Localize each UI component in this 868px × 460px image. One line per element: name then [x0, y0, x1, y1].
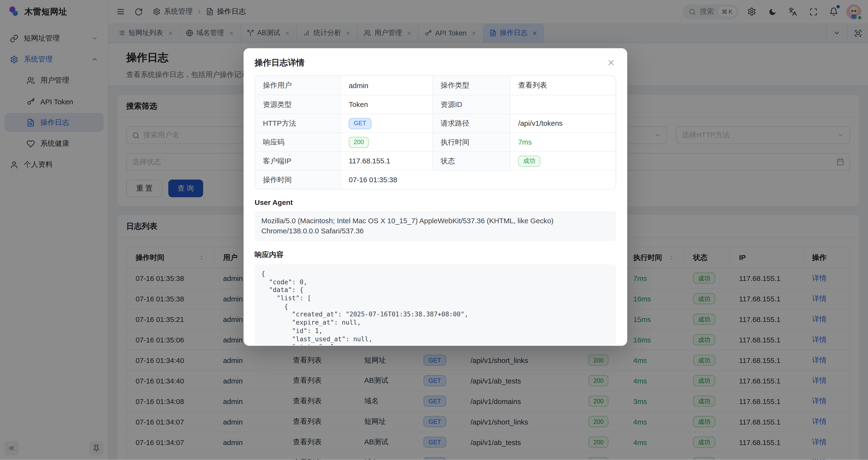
- detail-label: 状态: [432, 151, 510, 170]
- detail-value-code: 200: [340, 133, 432, 151]
- detail-label: 操作用户: [255, 76, 340, 95]
- log-detail-modal: 操作日志详情 操作用户 admin 操作类型 查看列表 资源类型 Token 资…: [244, 48, 627, 346]
- modal-title: 操作日志详情: [255, 58, 305, 68]
- detail-label: 资源类型: [255, 95, 340, 114]
- detail-label: HTTP方法: [255, 114, 340, 133]
- detail-value-resource-id: [510, 95, 616, 114]
- app-root: 木雷短网址 系统管理 操作日志 搜索 K: [0, 0, 868, 460]
- detail-value-duration: 7ms: [510, 133, 616, 151]
- detail-label: 客户端IP: [255, 151, 340, 170]
- response-label: 响应内容: [255, 250, 616, 260]
- detail-label: 资源ID: [432, 95, 510, 114]
- detail-value-time: 07-16 01:35:38: [340, 170, 616, 189]
- detail-value-status: 成功: [510, 151, 616, 170]
- response-content[interactable]: { "code": 0, "data": { "list": [ { "crea…: [255, 264, 616, 345]
- detail-table: 操作用户 admin 操作类型 查看列表 资源类型 Token 资源ID HTT…: [255, 75, 616, 190]
- detail-value-ip: 117.68.155.1: [340, 151, 432, 170]
- detail-label: 操作时间: [255, 170, 340, 189]
- status-badge: 成功: [518, 155, 540, 167]
- close-icon[interactable]: [606, 58, 616, 68]
- detail-label: 操作类型: [432, 76, 510, 95]
- method-badge: GET: [349, 118, 371, 129]
- detail-value-path: /api/v1/tokens: [510, 114, 616, 133]
- detail-label: 执行时间: [432, 133, 510, 151]
- detail-value-method: GET: [340, 114, 432, 133]
- detail-label: 请求路径: [432, 114, 510, 133]
- detail-value-resource-type: Token: [340, 95, 432, 114]
- detail-value-action: 查看列表: [510, 76, 616, 95]
- detail-value-user: admin: [340, 76, 432, 95]
- user-agent-value: Mozilla/5.0 (Macintosh; Intel Mac OS X 1…: [255, 211, 616, 241]
- user-agent-label: User Agent: [255, 198, 616, 207]
- status-code-badge: 200: [349, 137, 369, 148]
- detail-label: 响应码: [255, 133, 340, 151]
